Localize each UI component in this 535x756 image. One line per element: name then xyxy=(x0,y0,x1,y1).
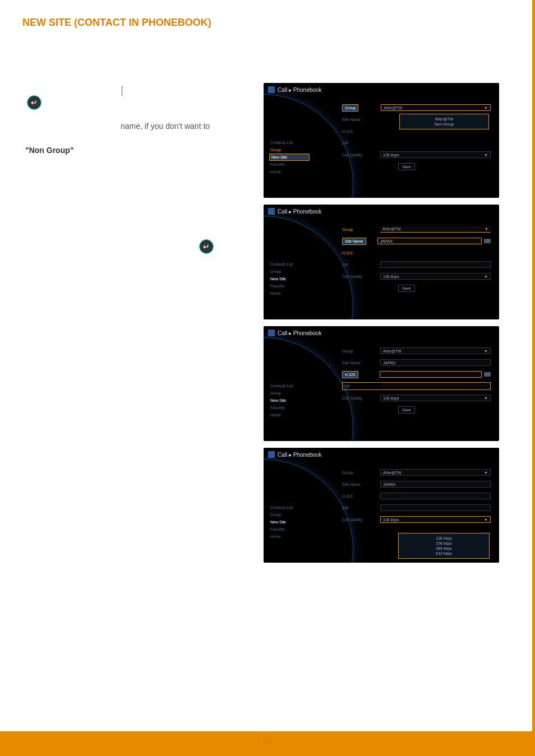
sitename-input[interactable]: JAPAN xyxy=(380,481,491,488)
breadcrumb-phonebook: Phonebook xyxy=(293,87,322,93)
sitename-input[interactable]: JAPAN xyxy=(380,359,491,366)
sitename-value: JAPAN xyxy=(380,239,393,243)
chevron-down-icon: ▼ xyxy=(484,153,488,157)
sidebar: Contacts List Group New Site Favorite Ho… xyxy=(269,139,310,175)
quality-dropdown[interactable]: 128 kbps ▼ xyxy=(380,395,491,401)
quality-dropdown[interactable]: 128 kbps ▼ xyxy=(380,151,491,158)
breadcrumb-sep: ▸ xyxy=(289,452,292,458)
enter-key-icon: ↵ xyxy=(199,239,214,254)
sip-input[interactable] xyxy=(382,383,489,389)
sidebar-item-group[interactable]: Group xyxy=(269,389,310,397)
save-button[interactable]: Save xyxy=(398,163,415,170)
screenshot-1: Call ▸ Phonebook Contacts List Group New… xyxy=(264,83,499,198)
sidebar-item-home[interactable]: Home xyxy=(269,411,310,419)
breadcrumb-phonebook: Phonebook xyxy=(293,208,322,215)
dropdown-option[interactable]: 512 kbps xyxy=(401,551,487,556)
save-button[interactable]: Save xyxy=(398,285,415,292)
sitename-value: JAPAN xyxy=(383,361,395,365)
label-h323: H.323 xyxy=(342,251,380,255)
sidebar-item-favorite[interactable]: Favorite xyxy=(269,404,310,411)
label-group: Group xyxy=(342,349,380,353)
quality-value: 128 kbps xyxy=(383,275,399,279)
sidebar-item-group[interactable]: Group xyxy=(269,146,310,154)
sidebar-item-contacts[interactable]: Contacts List xyxy=(269,261,310,268)
page-number: 32 xyxy=(0,730,535,752)
breadcrumb-sep: ▸ xyxy=(289,330,292,336)
text-cursor xyxy=(122,86,122,96)
enter-key-icon: ↵ xyxy=(27,95,41,110)
keyboard-icon[interactable] xyxy=(484,239,491,243)
breadcrumb-call: Call xyxy=(278,87,287,93)
chevron-down-icon: ▼ xyxy=(484,275,488,279)
quality-value: 128 kbps xyxy=(383,396,399,400)
quality-dropdown[interactable]: 128 kbps ▼ xyxy=(380,273,491,280)
sidebar-item-contacts[interactable]: Contacts List xyxy=(269,382,310,389)
chevron-down-icon: ▼ xyxy=(484,106,488,110)
group-dropdown[interactable]: AVer@TW ▼ xyxy=(380,347,491,354)
label-h323: H.323 xyxy=(342,371,358,378)
breadcrumb: Call ▸ Phonebook xyxy=(264,326,499,340)
sip-input[interactable] xyxy=(380,261,491,268)
dropdown-option[interactable]: 128 kbps xyxy=(401,536,487,541)
group-dropdown[interactable]: AVer@TW ▼ xyxy=(380,469,491,476)
sidebar-item-newsite[interactable]: New Site xyxy=(269,397,310,404)
breadcrumb-sep: ▸ xyxy=(289,208,292,215)
group-dropdown[interactable]: AVer@TW ▼ xyxy=(381,104,491,111)
sidebar-item-group[interactable]: Group xyxy=(269,511,310,518)
quality-value: 128 kbps xyxy=(383,153,399,157)
save-button[interactable]: Save xyxy=(398,406,415,414)
label-sitename: Site Name xyxy=(342,238,366,245)
group-value: AVer@TW xyxy=(382,227,401,231)
chevron-down-icon: ▼ xyxy=(484,518,488,522)
breadcrumb-call: Call xyxy=(278,330,287,336)
keyboard-icon[interactable] xyxy=(484,372,491,377)
sidebar-item-contacts[interactable]: Contacts List xyxy=(269,504,310,511)
dropdown-option[interactable]: AVer@TW xyxy=(402,117,486,122)
group-value: AVer@TW xyxy=(383,349,402,353)
label-sip: SIP xyxy=(342,263,380,267)
dropdown-option[interactable]: 256 kbps xyxy=(401,541,487,546)
h323-input[interactable] xyxy=(380,371,482,378)
label-sip: SIP xyxy=(342,141,380,145)
label-callquality: Call Quality xyxy=(342,153,380,157)
sidebar-item-contacts[interactable]: Contacts List xyxy=(269,139,310,146)
instruction-text: name, if you don't want to xyxy=(121,120,261,132)
breadcrumb-call: Call xyxy=(278,208,287,215)
screenshot-2: Call ▸ Phonebook Contacts List Group New… xyxy=(264,205,499,319)
sidebar-item-favorite[interactable]: Favorite xyxy=(269,161,310,168)
side-accent xyxy=(532,0,535,734)
breadcrumb-call: Call xyxy=(278,452,287,458)
sidebar-item-group[interactable]: Group xyxy=(269,268,310,275)
sidebar-item-favorite[interactable]: Favorite xyxy=(269,526,310,533)
breadcrumb-sep: ▸ xyxy=(289,87,292,93)
dropdown-option[interactable]: 384 kbps xyxy=(401,546,487,551)
quality-dropdown[interactable]: 128 kbps ▼ xyxy=(380,516,491,523)
chevron-down-icon: ▼ xyxy=(484,396,488,400)
sitename-input[interactable]: JAPAN xyxy=(377,238,482,244)
app-logo-icon xyxy=(268,451,275,458)
group-dropdown[interactable]: AVer@TW ▼ xyxy=(380,226,491,233)
sidebar-item-home[interactable]: Home xyxy=(269,168,310,175)
label-sitename: Site Name xyxy=(342,118,380,122)
sidebar-item-newsite[interactable]: New Site xyxy=(269,154,310,161)
chevron-down-icon: ▼ xyxy=(484,349,488,353)
form: Group AVer@TW ▼ Site Name JAPAN H.323 SI… xyxy=(342,225,491,296)
quality-dropdown-panel[interactable]: 128 kbps 256 kbps 384 kbps 512 kbps xyxy=(398,533,490,559)
app-logo-icon xyxy=(268,330,275,336)
sidebar-item-home[interactable]: Home xyxy=(269,290,310,297)
h323-input[interactable] xyxy=(380,493,491,499)
group-dropdown-panel[interactable]: AVer@TW Non-Group xyxy=(399,114,489,129)
label-callquality: Call Quality xyxy=(342,275,380,279)
sidebar-item-newsite[interactable]: New Site xyxy=(269,275,310,282)
sitename-value: JAPAN xyxy=(383,483,395,486)
form: Group AVer@TW ▼ Site Name JAPAN H.323 SI… xyxy=(342,347,491,418)
label-h323: H.323 xyxy=(342,494,380,498)
form: Group AVer@TW ▼ Site Name JAPAN H.323 SI… xyxy=(342,469,491,527)
sip-input[interactable] xyxy=(380,504,491,511)
sidebar-item-favorite[interactable]: Favorite xyxy=(269,282,310,290)
quality-value: 128 kbps xyxy=(383,518,399,522)
sidebar-item-newsite[interactable]: New Site xyxy=(269,518,310,526)
sidebar-item-home[interactable]: Home xyxy=(269,533,310,540)
dropdown-option[interactable]: Non-Group xyxy=(402,122,486,127)
chevron-down-icon: ▼ xyxy=(485,227,488,231)
